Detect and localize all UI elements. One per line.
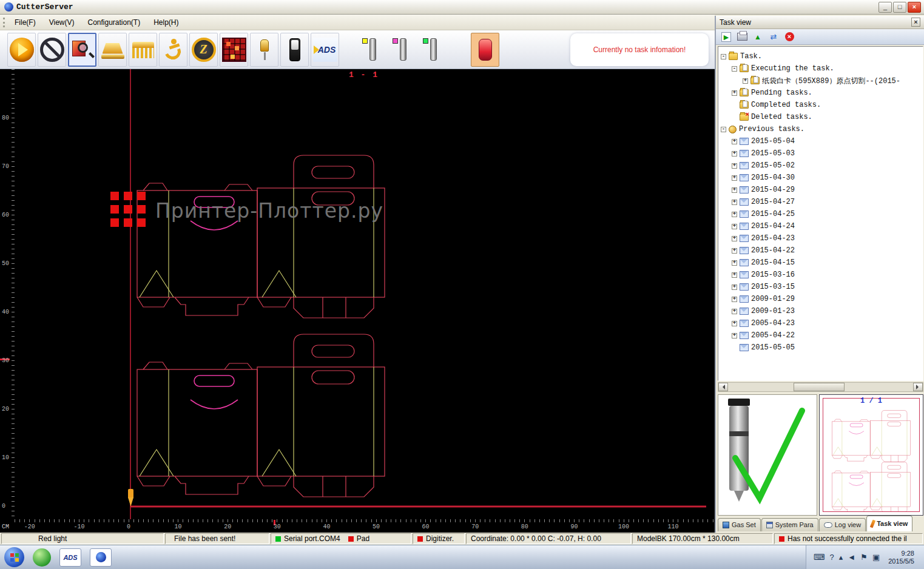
tree-item[interactable]: +2015-03-15 [718,281,923,293]
ime-icon[interactable]: ⌨ [814,553,825,562]
tree-expander-minus[interactable]: - [732,66,737,72]
close-button[interactable]: × [908,2,921,13]
tree-expander-plus[interactable]: + [732,236,737,241]
flag-icon[interactable]: ⚑ [860,553,868,562]
cut-canvas[interactable]: 1 - 1 Принтер-Плоттер.ру [15,69,715,519]
tree-item[interactable]: +2015-04-15 [718,257,923,269]
taskbar-app-ads[interactable]: ADS [59,548,81,567]
tree-item[interactable]: Deleted tasks. [718,111,923,123]
menu-item-view[interactable]: View(V) [42,15,81,30]
tree-item[interactable]: -Task. [718,50,923,62]
scrollbar-track[interactable] [728,383,913,391]
toolbar-tool-pink-button[interactable] [388,33,417,67]
print-button[interactable] [735,31,749,43]
tree-item[interactable]: +2015-03-16 [718,269,923,281]
help-icon[interactable]: ? [830,553,834,562]
tree-expander-plus[interactable]: + [732,284,737,290]
tree-expander-plus[interactable]: + [732,187,737,193]
status-led-green [275,536,281,542]
tree-item[interactable]: -Executing the task. [718,62,923,75]
tree-expander-minus[interactable]: - [721,54,726,59]
start-button[interactable] [4,547,24,567]
toolbar-panel-button[interactable] [471,33,499,67]
tree-expander-plus[interactable]: + [732,212,737,217]
run-task-button[interactable]: ▶ [720,31,733,43]
tree-item[interactable]: +2015-05-03 [718,147,923,160]
tree-item[interactable]: +2015-04-29 [718,184,923,196]
toolbar-access-button[interactable] [159,33,187,67]
tab-task-view[interactable]: Task view [866,516,912,531]
tree-expander-plus[interactable]: + [732,90,737,96]
scrollbar-thumb[interactable] [794,383,845,391]
menu-item-file[interactable]: File(F) [8,15,42,30]
quicklaunch-green-app[interactable] [33,548,51,567]
hidden-icons-icon[interactable]: ▴ [839,553,843,562]
tree-expander-minus[interactable]: - [721,127,726,132]
tree-item[interactable]: +纸袋白卡（595X889）原点切割--(2015- [718,75,923,87]
toolbar-tool-green-button[interactable] [419,33,447,67]
tree-item[interactable]: 2015-05-05 [718,342,923,354]
title-bar[interactable]: CutterServer _ □ × [0,0,924,15]
toolbar-standby-button[interactable]: Z [189,33,218,67]
tree-expander-plus[interactable]: + [732,297,737,302]
display-icon[interactable]: ▣ [872,553,880,562]
toolbar-platform-button[interactable] [98,33,127,67]
tree-expander-plus[interactable]: + [732,224,737,229]
tree-expander-plus[interactable]: + [732,163,737,169]
tree-expander-plus[interactable]: + [732,333,737,338]
toolbar-stop-button[interactable] [38,33,66,67]
move-up-button[interactable]: ▲ [751,31,764,43]
toolbar-comb-button[interactable] [129,33,157,67]
toolbar-zoom-button[interactable] [68,33,96,67]
menu-item-help[interactable]: Help(H) [147,15,185,30]
tab-system-para[interactable]: System Para [761,518,818,531]
taskbar-clock[interactable]: 9:28 2015/5/5 [888,550,914,565]
toolbar-ads-button[interactable]: ADS [311,33,339,67]
tree-item[interactable]: +2009-01-23 [718,305,923,317]
transfer-button[interactable]: ⇄ [767,31,780,43]
task-tree[interactable]: -Task.-Executing the task.+纸袋白卡（595X889）… [718,46,923,381]
layout-preview-pane[interactable]: 1 / 1 [819,394,923,516]
taskbar-app-cutterserver[interactable] [90,548,112,567]
tree-item[interactable]: +2005-04-23 [718,317,923,329]
tree-expander-plus[interactable]: + [732,309,737,314]
tree-expander-plus[interactable]: + [732,321,737,326]
scroll-left-button[interactable] [718,383,728,391]
tree-expander-plus[interactable]: + [732,151,737,157]
panel-close-button[interactable]: × [911,18,920,27]
volume-icon[interactable]: ◄ [848,553,855,562]
menu-item-configuration[interactable]: Configuration(T) [81,15,147,30]
tree-item[interactable]: +2005-04-22 [718,329,923,342]
tree-expander-plus[interactable]: + [732,248,737,254]
tree-item[interactable]: +2015-04-24 [718,220,923,232]
tree-item[interactable]: +2015-05-04 [718,135,923,147]
toolbar-pin-button[interactable] [250,33,278,67]
tree-item[interactable]: +2015-04-23 [718,232,923,244]
tree-item[interactable]: +2015-04-27 [718,196,923,208]
toolbar-tool-yellow-button[interactable] [358,33,386,67]
tree-item[interactable]: -Previous tasks. [718,123,923,135]
tree-item[interactable]: +2015-05-02 [718,160,923,172]
tab-gas-set[interactable]: Gas Set [718,518,761,531]
tree-item[interactable]: +2015-04-25 [718,208,923,220]
tree-item[interactable]: +Pending tasks. [718,87,923,99]
tree-horizontal-scrollbar[interactable] [718,382,923,392]
tab-log-view[interactable]: Log view [819,518,866,531]
tree-expander-plus[interactable]: + [732,175,737,181]
toolbar-start-cut-button[interactable] [7,33,36,67]
tree-expander-plus[interactable]: + [732,200,737,205]
tree-item[interactable]: +2015-04-22 [718,244,923,257]
tree-expander-plus[interactable]: + [732,139,737,144]
tree-expander-plus[interactable]: + [732,272,737,278]
minimize-button[interactable]: _ [878,2,892,13]
maximize-button[interactable]: □ [893,2,906,13]
delete-task-button[interactable]: × [783,31,796,43]
toolbar-grid-button[interactable] [220,33,248,67]
tree-expander-plus[interactable]: + [732,260,737,266]
tree-item[interactable]: +2009-01-29 [718,293,923,305]
toolbar-switch-button[interactable] [280,33,309,67]
tree-item[interactable]: +2015-04-30 [718,172,923,184]
scroll-right-button[interactable] [913,383,923,391]
tree-item[interactable]: Completed tasks. [718,99,923,111]
tree-expander-plus[interactable]: + [743,78,748,84]
